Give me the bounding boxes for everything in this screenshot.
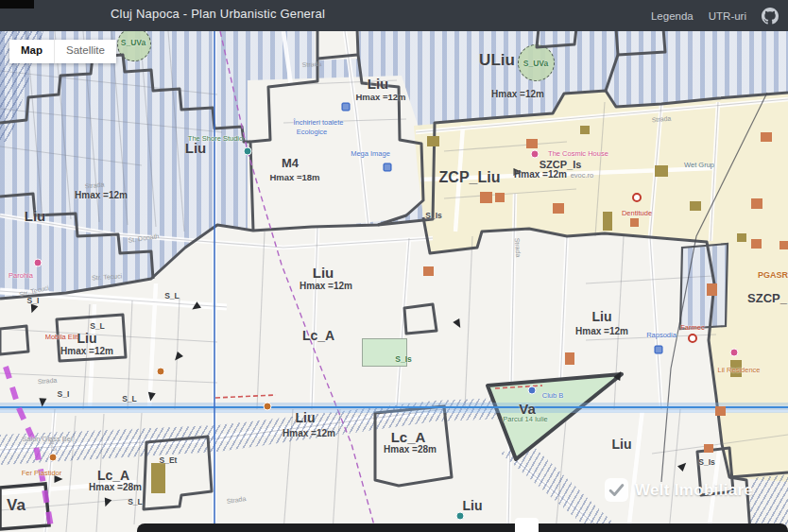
street-name-label: Strada: [37, 377, 57, 385]
subzone-label: S_L: [128, 498, 143, 506]
street-name-label: Strada: [514, 237, 522, 257]
map-canvas[interactable]: St. DonathStr. TecuciStr. TecuciStradaSt…: [0, 0, 788, 532]
zone-label: Liu: [77, 332, 97, 345]
nav-legenda[interactable]: Legenda: [651, 10, 694, 22]
building: [151, 463, 165, 493]
github-icon[interactable]: [762, 8, 779, 25]
poi-label[interactable]: Fer Plastidor: [22, 470, 62, 477]
poi-dot-icon[interactable]: [264, 403, 272, 411]
zone-label: Hmax =12m: [60, 347, 113, 356]
corner-black-strip: [0, 0, 34, 9]
watermark-text: Welt Imobiliare: [635, 481, 753, 500]
oneway-arrow-icon: [172, 352, 183, 363]
header-bar: Cluj Napoca - Plan Urbanistic General Le…: [0, 0, 788, 31]
partial-white-control[interactable]: [515, 518, 539, 532]
page-title: Cluj Napoca - Plan Urbanistic General: [111, 7, 325, 21]
oneway-arrow-icon: [55, 475, 63, 483]
poi-dot-icon[interactable]: [456, 512, 465, 521]
map-type-control: Map Satellite: [9, 40, 116, 63]
map-button[interactable]: Map: [9, 40, 54, 63]
poi-ring-icon[interactable]: [688, 334, 697, 343]
zone-label: Hmax =28m: [89, 483, 142, 492]
zone-label: Hmax =12m: [575, 327, 628, 336]
subzone-label: S_I: [27, 297, 40, 305]
suva-circle-2: [518, 44, 555, 81]
oneway-arrow-icon: [190, 301, 201, 313]
oneway-arrow-icon: [146, 392, 155, 402]
poi-dot-icon[interactable]: [157, 368, 165, 376]
satellite-button[interactable]: Satellite: [54, 40, 116, 63]
oneway-arrow-icon: [677, 460, 689, 472]
subzone-label: S_L: [122, 395, 137, 403]
map-application: { "header": { "title": "Cluj Napoca - Pl…: [0, 0, 788, 532]
checkmark-icon: [605, 478, 628, 502]
oneway-arrow-icon: [39, 398, 47, 407]
subzone-label: S_L: [164, 292, 180, 300]
zone-label: Va: [7, 497, 26, 513]
zone-label: Lc_A: [391, 430, 426, 444]
zone-label: Hmax =12m: [300, 282, 352, 291]
building: [565, 352, 574, 365]
zone-label: Lc_A: [97, 469, 129, 482]
poi-square-icon[interactable]: [655, 346, 663, 354]
subzone-label: S_L: [90, 322, 105, 331]
zone-label: Liu: [463, 499, 483, 512]
zone-label: Lc_A: [302, 329, 334, 342]
nav-utr-uri[interactable]: UTR-uri: [709, 10, 746, 22]
oneway-arrow-icon: [102, 497, 112, 507]
subzone-label: S_Is: [698, 458, 715, 467]
zone-label: Liu: [612, 438, 632, 451]
poi-label[interactable]: Rapsodia: [646, 332, 677, 339]
oneway-arrow-icon: [453, 318, 463, 330]
suva-circle-1: [117, 27, 151, 61]
oneway-arrow-icon: [28, 303, 39, 314]
park-small-green: [362, 338, 407, 367]
zone-label: Liu: [313, 266, 334, 280]
welt-imobiliare-watermark: Welt Imobiliare: [605, 478, 753, 502]
building: [704, 444, 713, 453]
street-name-label: Strada: [226, 495, 246, 505]
building: [423, 266, 434, 276]
poi-label[interactable]: Mobila Elit: [45, 334, 78, 341]
subzone-label: S_I: [58, 390, 70, 399]
zone-label: Hmax =28m: [384, 445, 437, 455]
bottom-bar: [137, 523, 788, 532]
subzone-label: S_Et: [160, 456, 178, 465]
zone-label: Liu: [592, 310, 612, 323]
